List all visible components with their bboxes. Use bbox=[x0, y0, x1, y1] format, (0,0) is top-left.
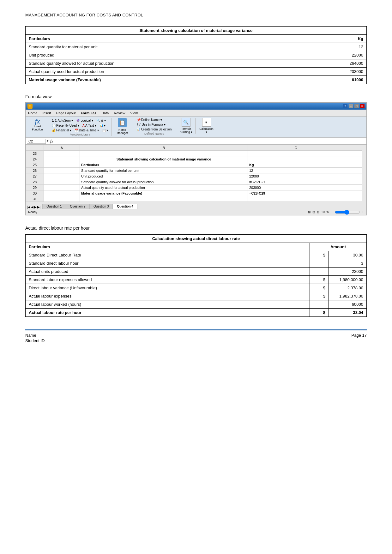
cell-25-b[interactable]: Particulars bbox=[80, 162, 248, 168]
sheet-tab-question2[interactable]: Question 2 bbox=[66, 204, 89, 209]
cell-29-c[interactable]: 203000 bbox=[248, 185, 344, 190]
view-layout-icon[interactable]: ⊡ bbox=[312, 210, 315, 214]
cell-27-a[interactable] bbox=[44, 173, 80, 179]
recently-used-button[interactable]: 🕐 Recently Used ▾ bbox=[51, 123, 80, 128]
zoom-slider[interactable] bbox=[335, 210, 360, 214]
col-header-b: B bbox=[80, 145, 248, 151]
row-num-26: 26 bbox=[26, 168, 44, 173]
vertical-scrollbar[interactable] bbox=[362, 145, 366, 202]
table2-col2-header: Amount bbox=[310, 243, 367, 251]
cell-30-a[interactable] bbox=[44, 190, 80, 196]
cell-23-a[interactable] bbox=[44, 151, 80, 156]
view-normal-icon[interactable]: ⊞ bbox=[308, 210, 311, 214]
cell-26-c[interactable]: 12 bbox=[248, 168, 344, 173]
defined-names-group: 📌 Define Name ▾ ƒ ƒ Use in Formula ▾ 📊 C… bbox=[133, 118, 176, 135]
menu-formulas[interactable]: Formulas bbox=[81, 111, 97, 115]
cell-25-c[interactable]: Kg bbox=[248, 162, 344, 168]
extra-button[interactable]: 📋 ▾ bbox=[101, 128, 109, 132]
menu-data[interactable]: Data bbox=[101, 111, 109, 115]
insert-function-label: Insert bbox=[34, 125, 41, 128]
footer-name-label: Name bbox=[25, 333, 45, 338]
cell-30-b[interactable]: Material usage variance (Favourable) bbox=[80, 190, 248, 196]
create-from-selection-button[interactable]: 📊 Create from Selection bbox=[136, 127, 173, 131]
titlebar-controls: ? − □ ✕ bbox=[343, 104, 365, 108]
lookup-label: ⊕ ▾ bbox=[101, 119, 106, 122]
sheet-nav-prev[interactable]: ◀ bbox=[31, 205, 33, 209]
formula-bar: C2 ▼ fx bbox=[26, 138, 366, 145]
cell-29-b[interactable]: Actual quantity used for actual producti… bbox=[80, 185, 248, 190]
table-row: Direct labour variance (Unfavourable) $ … bbox=[26, 284, 367, 292]
text-button[interactable]: A A Text ▾ bbox=[81, 123, 97, 128]
autosum-label: Σ AutoSum ▾ bbox=[55, 119, 73, 122]
lookup-button[interactable]: 🔍 ⊕ ▾ bbox=[95, 118, 107, 123]
sheet-tabs: |◀ ◀ ▶ ▶| Question 1 Question 2 Question… bbox=[26, 202, 366, 209]
name-box-dropdown-arrow[interactable]: ▼ bbox=[46, 140, 49, 142]
cell-30-c[interactable]: =C28-C29 bbox=[248, 190, 344, 196]
function-library-group: Σ Σ AutoSum ▾ 🔮 Logical ▾ 🔍 ⊕ ▾ 🕐 bbox=[48, 118, 112, 136]
cell-24-a[interactable] bbox=[44, 156, 80, 162]
row-num-23: 23 bbox=[26, 151, 44, 156]
formula-auditing-group: 🔍 Formula Auditing ▾ bbox=[177, 118, 196, 134]
cell-25-a[interactable] bbox=[44, 162, 80, 168]
financial-button[interactable]: 💰 Financial ▾ bbox=[51, 128, 72, 132]
cell-26-b[interactable]: Standard quantity for material per unit bbox=[80, 168, 248, 173]
calculation-label: Calculation ▾ bbox=[199, 127, 214, 134]
function-library-buttons: Σ Σ AutoSum ▾ 🔮 Logical ▾ 🔍 ⊕ ▾ 🕐 bbox=[51, 118, 109, 132]
zoom-in-button[interactable]: + bbox=[362, 210, 364, 214]
name-manager-button[interactable]: 📋 NameManager bbox=[116, 118, 129, 135]
date-time-label: Date & Time ▾ bbox=[79, 129, 99, 132]
cell-23-c[interactable] bbox=[248, 151, 344, 156]
cell-29-a[interactable] bbox=[44, 185, 80, 190]
menu-page-layout[interactable]: Page Layout bbox=[56, 111, 76, 115]
calculation-button[interactable]: ⊞ Calculation ▾ bbox=[199, 118, 214, 134]
menu-review[interactable]: Review bbox=[114, 111, 125, 115]
close-icon[interactable]: ✕ bbox=[360, 104, 365, 108]
menu-home[interactable]: Home bbox=[28, 111, 37, 115]
more-functions-button[interactable]: 📊 ▾ bbox=[99, 123, 106, 128]
cell-31-a[interactable] bbox=[44, 196, 80, 202]
formula-bar-fx-icon: fx bbox=[50, 139, 53, 144]
cell-31-b[interactable] bbox=[80, 196, 248, 202]
sheet-nav-next[interactable]: ▶ bbox=[34, 205, 37, 209]
help-icon[interactable]: ? bbox=[343, 104, 347, 108]
table-row: 23 bbox=[26, 151, 362, 156]
formula-auditing-button[interactable]: 🔍 Formula Auditing ▾ bbox=[180, 118, 192, 134]
define-name-button[interactable]: 📌 Define Name ▾ bbox=[136, 118, 173, 122]
extra-icon: 📋 bbox=[102, 129, 106, 132]
use-in-formula-button[interactable]: ƒ ƒ Use in Formula ▾ bbox=[136, 123, 173, 127]
cell-28-b[interactable]: Satndard quantity allowed for actual pro… bbox=[80, 179, 248, 185]
restore-icon[interactable]: □ bbox=[354, 104, 359, 108]
t2-row4-col1: $ bbox=[310, 276, 329, 284]
cell-28-c[interactable]: =C26*C27 bbox=[248, 179, 344, 185]
cell-23-b[interactable] bbox=[80, 151, 248, 156]
sheet-nav-last[interactable]: ▶| bbox=[37, 205, 41, 209]
cell-24-b[interactable]: Statement showing calcuation of material… bbox=[80, 156, 248, 162]
cell-28-a[interactable] bbox=[44, 179, 80, 185]
logical-button[interactable]: 🔮 Logical ▾ bbox=[75, 118, 94, 123]
cell-26-a[interactable] bbox=[44, 168, 80, 173]
more-label: ▾ bbox=[104, 124, 106, 127]
sheet-tab-question4[interactable]: Question 4 bbox=[113, 204, 137, 209]
row-num-29: 29 bbox=[26, 185, 44, 190]
cell-27-b[interactable]: Unit produced bbox=[80, 173, 248, 179]
cell-31-c[interactable] bbox=[248, 196, 344, 202]
insert-function-button[interactable]: fx Insert Function bbox=[32, 118, 43, 131]
menu-insert[interactable]: Insert bbox=[42, 111, 51, 115]
minimize-icon[interactable]: − bbox=[349, 104, 353, 108]
date-time-button[interactable]: 📅 Date & Time ▾ bbox=[74, 128, 100, 132]
sheet-tab-question1[interactable]: Question 1 bbox=[42, 204, 66, 209]
table-row: Actual labour worked (hours) 60000 bbox=[26, 300, 367, 309]
autosum-button[interactable]: Σ Σ AutoSum ▾ bbox=[51, 118, 74, 123]
cell-31-extra bbox=[344, 196, 362, 202]
cell-27-c[interactable]: 22000 bbox=[248, 173, 344, 179]
sheet-tab-question3[interactable]: Question 3 bbox=[89, 204, 113, 209]
menu-view[interactable]: View bbox=[130, 111, 138, 115]
formula-bar-input[interactable] bbox=[54, 139, 365, 143]
cell-24-c[interactable] bbox=[248, 156, 344, 162]
sheet-nav-first[interactable]: |◀ bbox=[27, 205, 30, 209]
name-box[interactable]: C2 ▼ bbox=[27, 139, 49, 144]
cell-reference-input[interactable]: C2 bbox=[27, 139, 46, 144]
spreadsheet-main: A B C 23 24 bbox=[26, 145, 362, 202]
zoom-out-button[interactable]: − bbox=[331, 210, 333, 214]
view-page-break-icon[interactable]: ⊟ bbox=[317, 210, 319, 214]
